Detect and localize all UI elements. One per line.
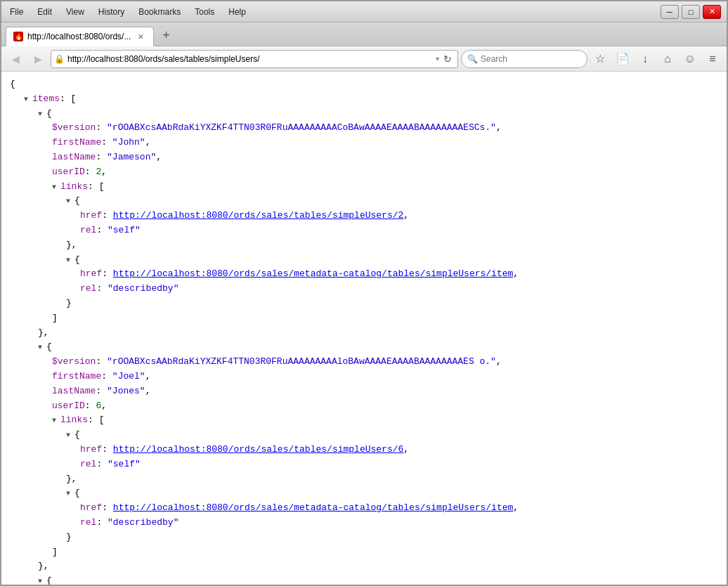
browser-window: File Edit View History Bookmarks Tools H… [0, 0, 728, 586]
menu-bookmarks[interactable]: Bookmarks [136, 6, 183, 18]
json-line: rel: "describedby" [10, 282, 718, 297]
search-bar-container: 🔍 [461, 50, 587, 68]
window-controls: ─ □ ✕ [661, 5, 721, 19]
titlebar: File Edit View History Bookmarks Tools H… [1, 1, 727, 22]
json-line: firstName: "John", [10, 136, 718, 150]
menu-button[interactable]: ≡ [703, 49, 722, 69]
json-line: ] [10, 545, 718, 560]
download-button[interactable]: ↓ [635, 49, 655, 69]
menu-edit[interactable]: Edit [34, 6, 55, 18]
json-line: ▼{ [10, 194, 718, 209]
json-line: ] [10, 311, 718, 326]
json-line: userID: 2, [10, 165, 718, 180]
search-icon: 🔍 [467, 54, 478, 64]
active-tab[interactable]: 🔥 http://localhost:8080/ords/... × [6, 27, 154, 46]
menu-history[interactable]: History [96, 6, 127, 18]
tab-close-button[interactable]: × [135, 31, 146, 42]
json-line: rel: "self" [10, 457, 718, 472]
json-line: ▼{ [10, 574, 718, 585]
search-input[interactable] [481, 54, 586, 64]
json-line: href: http://localhost:8080/ords/sales/m… [10, 501, 718, 516]
tab-favicon: 🔥 [13, 32, 23, 41]
json-line: }, [10, 326, 718, 341]
address-dropdown-arrow[interactable]: ▾ [434, 55, 441, 63]
link-href[interactable]: http://localhost:8080/ords/sales/metadat… [113, 502, 514, 513]
forward-button[interactable]: ▶ [28, 49, 48, 69]
json-line: { [10, 77, 718, 92]
new-tab-button[interactable]: + [157, 26, 175, 44]
maximize-button[interactable]: □ [682, 5, 700, 19]
menu-view[interactable]: View [63, 6, 87, 18]
minimize-button[interactable]: ─ [661, 5, 679, 19]
json-line: lastName: "Jones", [10, 384, 718, 399]
avatar-button[interactable]: ☺ [680, 49, 700, 69]
json-line: ▼{ [10, 253, 718, 268]
link-href[interactable]: http://localhost:8080/ords/sales/tables/… [113, 444, 403, 455]
json-line: ▼links: [ [10, 413, 718, 428]
tab-bar: 🔥 http://localhost:8080/ords/... × + [1, 22, 727, 46]
json-line: $version: "rOOABXcsAAbRdaKiYXZKF4TTN03R0… [10, 355, 718, 370]
navigation-bar: ◀ ▶ 🔒 ▾ ↻ 🔍 ☆ 📄 ↓ ⌂ ☺ ≡ [1, 46, 727, 72]
json-line: ▼items: [ [10, 92, 718, 107]
refresh-button[interactable]: ↻ [441, 53, 455, 65]
json-line: } [10, 530, 718, 545]
json-line: href: http://localhost:8080/ords/sales/t… [10, 443, 718, 457]
link-href[interactable]: http://localhost:8080/ords/sales/tables/… [113, 210, 403, 221]
reader-button[interactable]: 📄 [613, 49, 632, 69]
bookmark-button[interactable]: ☆ [590, 49, 610, 69]
json-line: ▼links: [ [10, 180, 718, 195]
security-icon: 🔒 [54, 54, 65, 64]
json-line: } [10, 297, 718, 311]
link-href[interactable]: http://localhost:8080/ords/sales/metadat… [113, 268, 514, 279]
json-line: rel: "self" [10, 223, 718, 238]
menu-file[interactable]: File [7, 6, 26, 18]
json-line: ▼{ [10, 340, 718, 355]
json-line: ▼{ [10, 486, 718, 501]
json-line: }, [10, 238, 718, 253]
json-line: firstName: "Joel", [10, 370, 718, 384]
json-line: $version: "rOOABXcsAAbRdaKiYXZKF4TTN03R0… [10, 121, 718, 136]
menu-help[interactable]: Help [226, 6, 249, 18]
menu-bar: File Edit View History Bookmarks Tools H… [7, 6, 249, 18]
json-line: ▼{ [10, 428, 718, 443]
menu-tools[interactable]: Tools [192, 6, 217, 18]
json-line: userID: 6, [10, 399, 718, 414]
address-input[interactable] [67, 54, 434, 64]
json-line: href: http://localhost:8080/ords/sales/t… [10, 209, 718, 223]
json-line: rel: "describedby" [10, 516, 718, 530]
close-button[interactable]: ✕ [703, 5, 721, 19]
json-line: ▼{ [10, 107, 718, 122]
address-bar-container: 🔒 ▾ ↻ [51, 50, 458, 68]
tab-title: http://localhost:8080/ords/... [27, 32, 131, 41]
json-content[interactable]: {▼items: [▼{$version: "rOOABXcsAAbRdaKiY… [1, 72, 727, 585]
back-button[interactable]: ◀ [6, 49, 25, 69]
json-line: lastName: "Jameson", [10, 150, 718, 165]
home-button[interactable]: ⌂ [658, 49, 677, 69]
json-line: href: http://localhost:8080/ords/sales/m… [10, 267, 718, 282]
json-line: }, [10, 472, 718, 487]
json-line: }, [10, 559, 718, 574]
